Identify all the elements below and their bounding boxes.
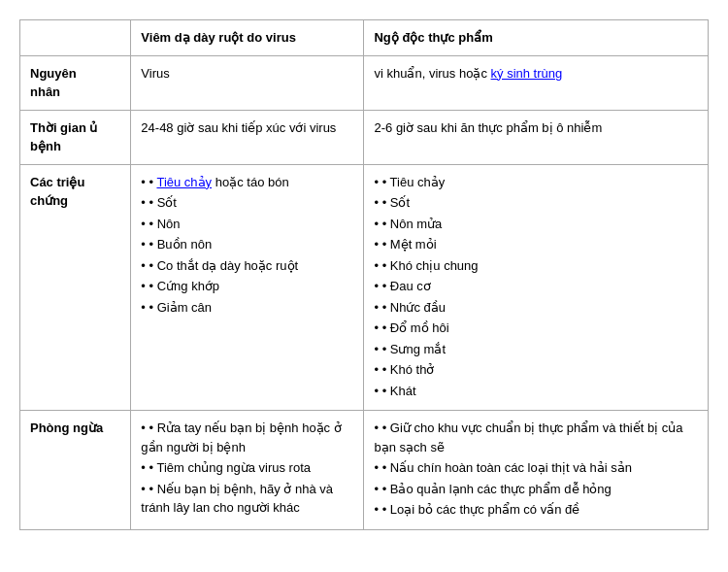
list-item: • Đau cơ [374, 277, 698, 296]
row-label-cause: Nguyênnhân [20, 55, 131, 110]
table-row-cause: Nguyênnhân Virus vi khuẩn, virus hoặc ký… [20, 55, 709, 110]
cell-prevention-virus: • Rửa tay nếu bạn bị bệnh hoặc ở gần ngư… [131, 411, 364, 530]
list-item: • Giảm cân [141, 298, 353, 318]
header-col1 [20, 20, 131, 56]
list-item: • Nôn mửa [374, 215, 698, 234]
list-item: • Loại bỏ các thực phẩm có vấn đề [374, 500, 698, 520]
symptom-list-food: • Tiêu chảy • Sốt • Nôn mửa • Mệt mỏi • … [374, 173, 698, 401]
list-item: • Nấu chín hoàn toàn các loại thịt và hả… [374, 458, 698, 478]
list-item: • Rửa tay nếu bạn bị bệnh hoặc ở gần ngư… [141, 419, 353, 456]
list-item: • Khó chịu chung [374, 256, 698, 276]
list-item: • Nhức đầu [374, 298, 698, 318]
list-item: • Bảo quản lạnh các thực phẩm dễ hỏng [374, 480, 698, 499]
table-row-symptoms: Các triệu chứng • Tiêu chảy hoặc táo bón… [20, 164, 709, 411]
list-item: • Khát [374, 382, 698, 401]
list-item: • Nôn [141, 215, 353, 234]
cell-symptoms-food: • Tiêu chảy • Sốt • Nôn mửa • Mệt mỏi • … [364, 164, 709, 411]
prevention-list-virus: • Rửa tay nếu bạn bị bệnh hoặc ở gần ngư… [141, 419, 353, 518]
table-row-prevention: Phòng ngừa • Rửa tay nếu bạn bị bệnh hoặ… [20, 411, 709, 530]
list-item: • Cứng khớp [141, 277, 353, 296]
header-col3: Ngộ độc thực phẩm [364, 20, 709, 56]
prevention-list-food: • Giữ cho khu vực chuẩn bị thực phẩm và … [374, 419, 698, 520]
header-col2: Viêm dạ dày ruột do virus [131, 20, 364, 56]
cell-prevention-food: • Giữ cho khu vực chuẩn bị thực phẩm và … [364, 411, 709, 530]
list-item: • Nếu bạn bị bệnh, hãy ở nhà và tránh lâ… [141, 480, 353, 518]
list-item: • Tiêm chủng ngừa virus rota [141, 458, 353, 478]
list-item: • Tiêu chảy [374, 173, 698, 192]
table-header-row: Viêm dạ dày ruột do virus Ngộ độc thực p… [20, 20, 709, 56]
row-label-prevention: Phòng ngừa [20, 411, 131, 530]
list-item: • Sốt [141, 193, 353, 213]
cell-symptoms-virus: • Tiêu chảy hoặc táo bón • Sốt • Nôn • B… [131, 164, 364, 411]
list-item: • Đổ mồ hôi [374, 319, 698, 338]
list-item: • Mệt mỏi [374, 235, 698, 254]
cell-incubation-food: 2-6 giờ sau khi ăn thực phẩm bị ô nhiễm [364, 110, 709, 164]
cell-cause-virus: Virus [131, 55, 364, 110]
table-row-incubation: Thời gian ủ bệnh 24-48 giờ sau khi tiếp … [20, 110, 709, 164]
row-label-incubation: Thời gian ủ bệnh [20, 110, 131, 164]
list-item: • Sưng mắt [374, 340, 698, 359]
list-item: • Buồn nôn [141, 235, 353, 254]
cell-incubation-virus: 24-48 giờ sau khi tiếp xúc với virus [131, 110, 364, 164]
list-item: • Sốt [374, 193, 698, 213]
comparison-table: Viêm dạ dày ruột do virus Ngộ độc thực p… [19, 19, 709, 530]
cell-cause-food: vi khuẩn, virus hoặc ký sinh trùng [364, 55, 709, 110]
list-item: • Tiêu chảy hoặc táo bón [141, 173, 353, 192]
list-item: • Giữ cho khu vực chuẩn bị thực phẩm và … [374, 419, 698, 456]
row-label-symptoms: Các triệu chứng [20, 164, 131, 411]
list-item: • Khó thở [374, 360, 698, 380]
tieu-chay-link[interactable]: Tiêu chảy [156, 175, 212, 189]
symptom-list-virus: • Tiêu chảy hoặc táo bón • Sốt • Nôn • B… [141, 173, 353, 318]
list-item: • Co thắt dạ dày hoặc ruột [141, 256, 353, 276]
ky-sinh-trung-link[interactable]: ký sinh trùng [491, 66, 563, 81]
